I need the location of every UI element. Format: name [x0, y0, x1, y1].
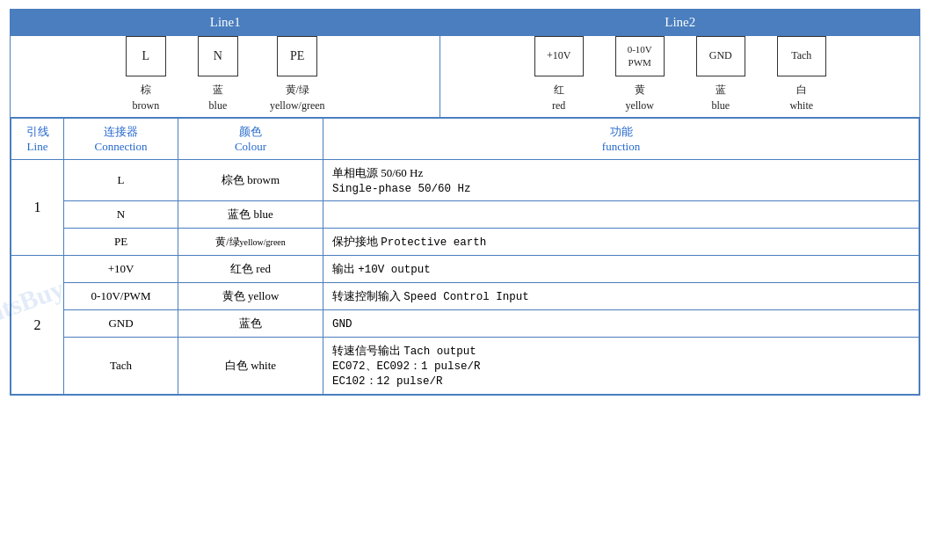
- col-header-line: 引线 Line: [11, 119, 64, 160]
- connector-label-gnd: 蓝blue: [711, 82, 730, 113]
- conn-PE: PE: [64, 229, 178, 256]
- connector-box-pwm: 0-10VPWM: [615, 36, 665, 76]
- conn-tach: Tach: [64, 338, 178, 395]
- color-blue: 蓝色 blue: [178, 201, 323, 229]
- line2-header: Line2: [440, 10, 920, 36]
- col-header-connection: 连接器 Connection: [64, 119, 178, 160]
- col-header-function: 功能 function: [323, 119, 919, 160]
- table-row: GND 蓝色 GND: [11, 310, 919, 338]
- connector-label-tach: 白white: [789, 82, 813, 113]
- table-row: N 蓝色 blue: [11, 201, 919, 229]
- line1-header: Line1: [11, 10, 440, 36]
- table-row: 2 VentsBuy +10V 红色 red 输出 +10V output: [11, 256, 919, 283]
- connector-box-N: N: [198, 36, 238, 76]
- color-yellow-green: 黄/绿yellow/green: [178, 229, 323, 256]
- connector-box-10v: +10V: [534, 36, 584, 76]
- color-red: 红色 red: [178, 256, 323, 283]
- conn-N: N: [64, 201, 178, 229]
- connector-pwm: 0-10VPWM 黄yellow: [615, 36, 665, 113]
- color-blue-gnd: 蓝色: [178, 310, 323, 338]
- line1-diagram: L 棕brown N 蓝blue PE 黄/绿yellow/green: [11, 36, 440, 118]
- connector-PE: PE 黄/绿yellow/green: [270, 36, 325, 113]
- table-row: 0-10V/PWM 黄色 yellow 转速控制输入 Speed Control…: [11, 283, 919, 310]
- line-number-1: 1: [11, 160, 64, 256]
- connector-gnd: GND 蓝blue: [696, 36, 745, 113]
- color-yellow: 黄色 yellow: [178, 283, 323, 310]
- table-row: PE 黄/绿yellow/green 保护接地 Protective earth: [11, 229, 919, 256]
- conn-10v: +10V: [64, 256, 178, 283]
- data-section: 引线 Line 连接器 Connection 颜色 Colour: [11, 118, 920, 396]
- func-PE: 保护接地 Protective earth: [323, 229, 919, 256]
- connector-box-gnd: GND: [696, 36, 745, 76]
- connector-label-pwm: 黄yellow: [625, 82, 654, 113]
- connector-label-10v: 红red: [552, 82, 565, 113]
- table-header-row: 引线 Line 连接器 Connection 颜色 Colour: [11, 119, 919, 160]
- connector-box-PE: PE: [277, 36, 317, 76]
- table-row: Tach 白色 white 转速信号输出 Tach output EC072、E…: [11, 338, 919, 395]
- line-number-2: 2 VentsBuy: [11, 256, 64, 395]
- func-N: [323, 201, 919, 229]
- connector-label-N: 蓝blue: [209, 82, 228, 113]
- connector-N: N 蓝blue: [198, 36, 238, 113]
- connector-L: L 棕brown: [126, 36, 166, 113]
- connector-10v: +10V 红red: [534, 36, 584, 113]
- connector-tach: Tach 白white: [777, 36, 826, 113]
- conn-L: L: [64, 160, 178, 201]
- func-tach: 转速信号输出 Tach output EC072、EC092：1 pulse/R…: [323, 338, 919, 395]
- func-gnd: GND: [323, 310, 919, 338]
- conn-0-10v: 0-10V/PWM: [64, 283, 178, 310]
- func-pwm: 转速控制输入 Speed Control Input: [323, 283, 919, 310]
- color-white: 白色 white: [178, 338, 323, 395]
- connector-box-tach: Tach: [777, 36, 826, 76]
- watermark: VentsBuy: [0, 273, 68, 338]
- line2-diagram: +10V 红red 0-10VPWM 黄yellow GND 蓝blue Tac…: [440, 36, 920, 118]
- conn-gnd: GND: [64, 310, 178, 338]
- color-brown: 棕色 browm: [178, 160, 323, 201]
- func-L: 单相电源 50/60 Hz Single-phase 50/60 Hz: [323, 160, 919, 201]
- connector-box-L: L: [126, 36, 166, 76]
- connector-label-PE: 黄/绿yellow/green: [270, 82, 325, 113]
- table-row: 1 L 棕色 browm 单相电源 50/60 Hz Single-phase …: [11, 160, 919, 201]
- connector-label-L: 棕brown: [133, 82, 160, 113]
- col-header-colour: 颜色 Colour: [178, 119, 323, 160]
- func-10v: 输出 +10V output: [323, 256, 919, 283]
